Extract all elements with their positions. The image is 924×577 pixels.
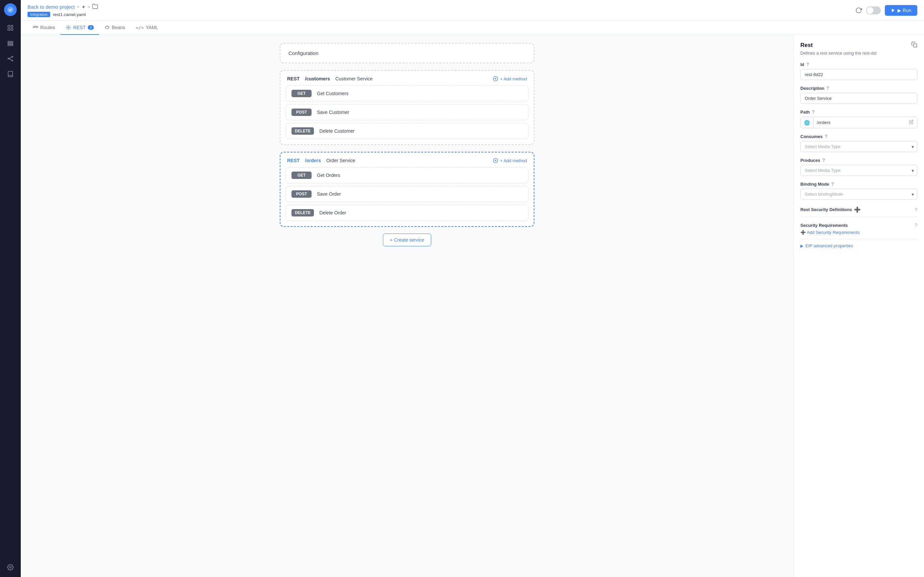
- tab-routes[interactable]: Routes: [27, 21, 60, 35]
- method-label-get2: Get Orders: [317, 172, 340, 178]
- tab-beans[interactable]: Beans: [99, 21, 130, 35]
- config-block: Configuration: [280, 43, 534, 63]
- help-icon-security-req[interactable]: ?: [914, 222, 917, 228]
- binding-mode-select-wrapper: Select bindingMode auto json xml json_xm…: [800, 189, 917, 200]
- service-customers-name: Customer Service: [335, 76, 488, 81]
- field-produces-label: Produces ?: [800, 158, 917, 163]
- help-icon-binding[interactable]: ?: [831, 181, 834, 187]
- svg-rect-16: [37, 26, 38, 28]
- method-badge-get1: GET: [291, 90, 312, 97]
- refresh-button[interactable]: [855, 7, 862, 14]
- method-delete-orders[interactable]: DELETE Delete Order: [286, 205, 528, 221]
- run-button[interactable]: ▶ Run: [885, 5, 917, 16]
- tab-beans-label: Beans: [112, 25, 125, 30]
- tab-rest-label: REST: [73, 25, 85, 30]
- svg-point-13: [10, 567, 11, 568]
- breadcrumb-sep1: >: [77, 4, 79, 10]
- produces-select[interactable]: Select Media Type application/json appli…: [800, 165, 917, 176]
- tabs-bar: Routes REST 2 Beans </> YAML: [21, 21, 924, 35]
- add-method-orders-button[interactable]: + Add method: [493, 158, 527, 163]
- service-orders-path: /orders: [305, 158, 320, 163]
- sidebar-icon-layers[interactable]: [4, 37, 17, 50]
- method-label-post1: Save Customer: [317, 110, 349, 115]
- help-icon-consumes[interactable]: ?: [824, 134, 827, 139]
- sidebar: [0, 0, 21, 577]
- toggle-switch[interactable]: [866, 6, 881, 15]
- tab-yaml[interactable]: </> YAML: [130, 21, 164, 35]
- field-description: Description ?: [800, 85, 917, 104]
- add-security-requirements-link[interactable]: ➕ Add Security Requirements: [800, 230, 917, 235]
- header-left: Back to demo project > ✦ > Integration r…: [27, 3, 98, 17]
- field-path-label: Path ?: [800, 109, 917, 114]
- method-delete-customers[interactable]: DELETE Delete Customer: [286, 123, 528, 139]
- create-service-button[interactable]: + Create service: [383, 234, 431, 246]
- produces-select-wrapper: Select Media Type application/json appli…: [800, 165, 917, 176]
- eip-label: EIP advanced properties: [805, 243, 853, 248]
- copy-icon[interactable]: [911, 42, 917, 48]
- tab-rest[interactable]: REST 2: [60, 21, 99, 35]
- breadcrumb: Back to demo project > ✦ >: [27, 3, 98, 10]
- help-icon-id[interactable]: ?: [806, 62, 810, 67]
- method-post-orders[interactable]: POST Save Order: [286, 186, 528, 202]
- svg-rect-7: [8, 45, 13, 45]
- header: Back to demo project > ✦ > Integration r…: [21, 0, 924, 21]
- app-logo[interactable]: [4, 3, 17, 16]
- breadcrumb-sep2: >: [88, 4, 90, 10]
- sidebar-icon-book[interactable]: [4, 68, 17, 81]
- method-get-customers[interactable]: GET Get Customers: [286, 85, 528, 102]
- binding-mode-select[interactable]: Select bindingMode auto json xml json_xm…: [800, 189, 917, 200]
- service-orders-header: REST /orders Order Service + Add method: [286, 158, 528, 163]
- field-consumes-label: Consumes ?: [800, 134, 917, 139]
- field-binding-mode: Binding Mode ? Select bindingMode auto j…: [800, 181, 917, 200]
- help-icon-path[interactable]: ?: [812, 109, 815, 114]
- svg-line-12: [9, 59, 12, 60]
- path-input-wrapper: 🌐: [800, 117, 917, 128]
- svg-point-0: [7, 7, 13, 13]
- eip-advanced-row[interactable]: ▶ EIP advanced properties: [800, 243, 917, 248]
- id-input[interactable]: [800, 69, 917, 80]
- rest-security-label: Rest Security Definitions ➕: [800, 206, 861, 213]
- filename: rest1.camel.yaml: [53, 12, 86, 17]
- file-info: Integration rest1.camel.yaml: [27, 12, 98, 17]
- content-area: Configuration REST /customers Customer S…: [21, 35, 924, 577]
- help-icon-rest-security[interactable]: ?: [914, 207, 917, 213]
- sidebar-icon-connections[interactable]: [4, 52, 17, 65]
- field-id: Id ?: [800, 62, 917, 80]
- service-customers-type: REST: [287, 76, 299, 81]
- description-input[interactable]: [800, 93, 917, 104]
- method-label-get1: Get Customers: [317, 91, 348, 96]
- right-panel: Rest Defines a rest service using the re…: [794, 35, 924, 577]
- security-req-label: Security Requirements: [800, 223, 848, 228]
- rest-security-row: Rest Security Definitions ➕ ?: [800, 205, 917, 213]
- header-right: ▶ Run: [855, 5, 917, 16]
- service-customers: REST /customers Customer Service + Add m…: [280, 70, 534, 145]
- method-get-orders[interactable]: GET Get Orders: [286, 167, 528, 183]
- breadcrumb-project[interactable]: Back to demo project: [27, 4, 75, 10]
- svg-point-20: [68, 27, 69, 28]
- add-method-customers-button[interactable]: + Add method: [493, 76, 527, 81]
- help-icon-description[interactable]: ?: [826, 85, 829, 91]
- sidebar-icon-grid[interactable]: [4, 21, 17, 34]
- svg-line-11: [9, 57, 12, 59]
- method-badge-post1: POST: [291, 108, 312, 116]
- path-input[interactable]: [813, 117, 906, 128]
- path-icon: 🌐: [801, 117, 813, 128]
- panel-subtitle: Defines a rest service using the rest-ds…: [800, 51, 917, 56]
- help-icon-produces[interactable]: ?: [822, 158, 825, 163]
- add-rest-security-button[interactable]: ➕: [854, 206, 861, 213]
- svg-point-10: [12, 60, 13, 61]
- method-post-customers[interactable]: POST Save Customer: [286, 104, 528, 120]
- svg-rect-15: [33, 26, 34, 28]
- canvas: Configuration REST /customers Customer S…: [21, 35, 794, 577]
- field-produces: Produces ? Select Media Type application…: [800, 158, 917, 176]
- sidebar-icon-settings[interactable]: [4, 561, 17, 574]
- path-edit-icon[interactable]: [906, 117, 917, 128]
- svg-rect-1: [8, 26, 10, 27]
- svg-rect-2: [11, 26, 13, 27]
- divider-2: [800, 239, 917, 239]
- field-path: Path ? 🌐: [800, 109, 917, 128]
- consumes-select[interactable]: Select Media Type application/json appli…: [800, 141, 917, 152]
- field-description-label: Description ?: [800, 85, 917, 91]
- method-label-delete1: Delete Customer: [319, 128, 354, 134]
- tab-rest-badge: 2: [88, 25, 94, 30]
